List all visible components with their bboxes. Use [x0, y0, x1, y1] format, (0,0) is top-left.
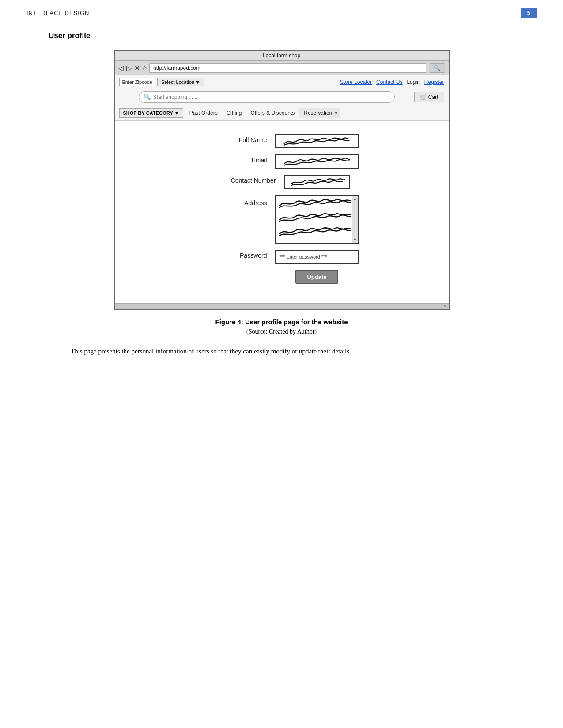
contact-row: Contact Number — [124, 175, 440, 189]
email-field[interactable] — [275, 154, 359, 169]
home-icon[interactable]: ⌂ — [143, 64, 147, 72]
scroll-down-arrow[interactable]: ▼ — [353, 237, 357, 242]
update-row: Update — [124, 270, 440, 284]
search-container[interactable]: 🔍 Start shopping....... — [139, 91, 395, 103]
cart-button[interactable]: 🛒 Cart — [414, 92, 444, 102]
login-link[interactable]: Login — [407, 79, 419, 85]
figure-caption: Figure 4: User profile page for the webs… — [49, 318, 514, 326]
body-text: This page presents the personal informat… — [49, 345, 514, 358]
reservation-dropdown-arrow: ▼ — [334, 111, 338, 116]
category-nav: SHOP BY CATEGORY ▼ Past Orders Gifting O… — [115, 105, 449, 121]
page-number: 5 — [521, 8, 537, 18]
address-label: Address — [204, 195, 275, 206]
page-header: INTERFACE DESIGN 5 — [0, 0, 563, 18]
forward-icon[interactable]: ▷ — [126, 64, 132, 72]
email-label: Email — [204, 154, 275, 164]
main-content: User profile Local farm shop ◁ ▷ ✕ ⌂ 🔍 E… — [0, 23, 563, 380]
site-nav-right: Store Locator Contact Us Login Register — [340, 79, 444, 85]
contact-field[interactable] — [284, 175, 350, 189]
gifting-nav[interactable]: Gifting — [222, 108, 246, 118]
site-nav-top: Enter Zipcode Select Location ▼ Store Lo… — [115, 75, 449, 89]
back-icon[interactable]: ◁ — [118, 64, 124, 72]
address-row: Address ▲ ▼ — [124, 195, 440, 244]
offers-discounts-nav[interactable]: Offers & Discounts — [246, 108, 299, 118]
browser-search-button[interactable]: 🔍 — [429, 63, 445, 73]
browser-title-bar: Local farm shop — [115, 51, 449, 61]
contact-label: Contact Number — [213, 175, 284, 184]
past-orders-nav[interactable]: Past Orders — [185, 108, 222, 118]
address-bar[interactable] — [149, 63, 426, 73]
search-placeholder: Start shopping....... — [153, 94, 198, 100]
contact-us-link[interactable]: Contact Us — [376, 79, 402, 85]
browser-nav-bar: ◁ ▷ ✕ ⌂ 🔍 — [115, 61, 449, 75]
document-title: INTERFACE DESIGN — [26, 10, 89, 16]
password-row: Password *** Enter password *** — [124, 250, 440, 264]
address-scrollbar[interactable]: ▲ ▼ — [352, 196, 358, 243]
address-field[interactable]: ▲ ▼ — [275, 195, 359, 244]
resize-icon: ⤡ — [443, 304, 447, 309]
zipcode-input[interactable]: Enter Zipcode — [119, 78, 155, 86]
search-icon: 🔍 — [434, 65, 440, 71]
browser-mockup: Local farm shop ◁ ▷ ✕ ⌂ 🔍 Enter Zipcode … — [114, 50, 450, 310]
profile-form-area: Full Name Email — [115, 121, 449, 303]
browser-bottom-bar: ⤡ — [115, 303, 449, 309]
password-field[interactable]: *** Enter password *** — [275, 250, 359, 264]
update-button[interactable]: Update — [295, 270, 338, 284]
close-icon[interactable]: ✕ — [134, 64, 140, 72]
site-nav-left: Enter Zipcode Select Location ▼ — [119, 78, 204, 86]
cart-icon: 🛒 — [420, 94, 427, 100]
scroll-up-arrow[interactable]: ▲ — [353, 197, 357, 201]
register-link[interactable]: Register — [424, 79, 444, 85]
shop-by-category-button[interactable]: SHOP BY CATEGORY ▼ — [119, 108, 183, 118]
search-center: 🔍 Start shopping....... — [119, 91, 414, 103]
section-heading: User profile — [49, 31, 514, 40]
reservation-nav[interactable]: Reservation ▼ — [299, 108, 340, 118]
select-location-button[interactable]: Select Location ▼ — [157, 78, 204, 86]
full-name-field[interactable] — [275, 134, 359, 148]
figure-source: (Source: Created by Author) — [49, 328, 514, 335]
search-icon: 🔍 — [144, 94, 151, 101]
full-name-row: Full Name — [124, 134, 440, 148]
store-locator-link[interactable]: Store Locator — [340, 79, 372, 85]
search-bar-row: 🔍 Start shopping....... 🛒 Cart — [115, 89, 449, 105]
full-name-label: Full Name — [204, 134, 275, 143]
password-label: Password — [204, 250, 275, 259]
email-row: Email — [124, 154, 440, 169]
